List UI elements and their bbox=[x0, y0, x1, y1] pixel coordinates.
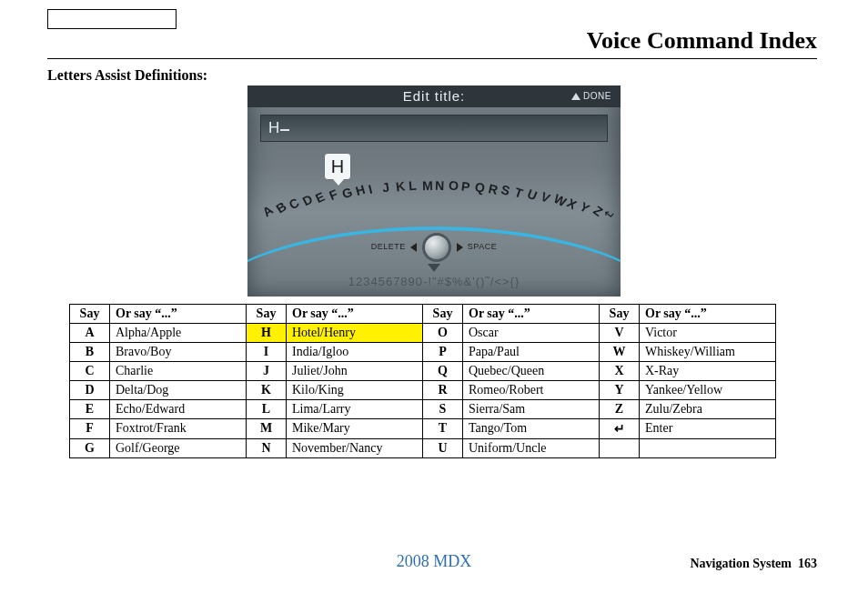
orsay-cell: Uniform/Uncle bbox=[463, 439, 600, 458]
orsay-cell: Quebec/Queen bbox=[463, 362, 600, 381]
footer-page-number: 163 bbox=[798, 557, 817, 570]
table-row: GGolf/GeorgeNNovember/NancyUUniform/Uncl… bbox=[70, 439, 776, 458]
arc-letter[interactable]: D bbox=[300, 192, 315, 209]
arc-letter[interactable]: H bbox=[354, 182, 367, 198]
orsay-cell: Bravo/Boy bbox=[110, 343, 247, 362]
header-say: Say bbox=[600, 305, 640, 324]
say-cell: D bbox=[70, 381, 110, 400]
orsay-cell: Kilo/King bbox=[287, 381, 423, 400]
right-triangle-icon bbox=[457, 243, 463, 252]
arc-letter[interactable]: K bbox=[395, 179, 406, 195]
arc-letter[interactable]: R bbox=[487, 181, 499, 197]
arc-letter[interactable]: O bbox=[448, 178, 459, 194]
arc-letter[interactable]: T bbox=[512, 185, 524, 201]
header-orsay: Or say “...” bbox=[110, 305, 247, 324]
arc-letter[interactable]: E bbox=[313, 189, 327, 206]
say-cell: I bbox=[247, 343, 287, 362]
say-cell: T bbox=[423, 419, 463, 439]
table-row: AAlpha/AppleHHotel/HenryOOscarVVictor bbox=[70, 324, 776, 343]
arc-letter[interactable]: I bbox=[368, 181, 374, 196]
table-row: BBravo/BoyIIndia/IglooPPapa/PaulWWhiskey… bbox=[70, 343, 776, 362]
header-orsay: Or say “...” bbox=[287, 305, 423, 324]
say-cell: M bbox=[247, 419, 287, 439]
page-title: Voice Command Index bbox=[587, 27, 817, 55]
left-triangle-icon bbox=[410, 243, 417, 252]
orsay-cell: Alpha/Apple bbox=[110, 324, 247, 343]
space-label[interactable]: SPACE bbox=[468, 242, 497, 251]
input-value: H bbox=[268, 119, 280, 136]
arc-letter[interactable]: N bbox=[435, 178, 445, 193]
header-orsay: Or say “...” bbox=[640, 305, 776, 324]
tab-rectangle bbox=[47, 9, 177, 29]
control-knob-icon[interactable] bbox=[425, 236, 449, 259]
phonetic-table: Say Or say “...” Say Or say “...” Say Or… bbox=[69, 304, 776, 458]
orsay-cell: Romeo/Robert bbox=[463, 381, 600, 400]
header-say: Say bbox=[247, 305, 287, 324]
orsay-cell: Oscar bbox=[463, 324, 600, 343]
orsay-cell: Zulu/Zebra bbox=[640, 400, 776, 419]
arc-letter[interactable]: V bbox=[539, 189, 552, 206]
enter-symbol-cell: ↵ bbox=[600, 419, 640, 439]
say-cell: L bbox=[247, 400, 287, 419]
header-say: Say bbox=[423, 305, 463, 324]
say-cell: Z bbox=[600, 400, 640, 419]
orsay-cell: Sierra/Sam bbox=[463, 400, 600, 419]
orsay-cell: Juliet/John bbox=[287, 362, 423, 381]
done-button[interactable]: DONE bbox=[571, 91, 611, 101]
orsay-cell bbox=[640, 439, 776, 458]
up-triangle-icon bbox=[571, 93, 580, 100]
orsay-cell: X-Ray bbox=[640, 362, 776, 381]
arc-letters-group: ABCDEFGHIJKLMNOPQRSTUVWXYZ bbox=[247, 176, 621, 240]
orsay-cell: India/Igloo bbox=[287, 343, 423, 362]
orsay-cell: Charlie bbox=[110, 362, 247, 381]
orsay-cell: Whiskey/William bbox=[640, 343, 776, 362]
orsay-cell: Tango/Tom bbox=[463, 419, 600, 439]
orsay-cell: Victor bbox=[640, 324, 776, 343]
say-cell: U bbox=[423, 439, 463, 458]
table-row: FFoxtrot/FrankMMike/MaryTTango/Tom↵Enter bbox=[70, 419, 776, 439]
arc-letter[interactable]: G bbox=[340, 184, 354, 201]
nav-screen-figure: Edit title: DONE H H ABCDEFGHIJKLMNOPQRS… bbox=[247, 85, 621, 296]
down-triangle-icon bbox=[428, 264, 440, 272]
say-cell: S bbox=[423, 400, 463, 419]
selected-key-letter: H bbox=[331, 156, 344, 176]
arc-letter[interactable]: J bbox=[381, 180, 390, 196]
orsay-cell: Delta/Dog bbox=[110, 381, 247, 400]
orsay-cell: Echo/Edward bbox=[110, 400, 247, 419]
title-input-field[interactable]: H bbox=[260, 115, 608, 142]
arc-letter[interactable]: L bbox=[409, 178, 418, 194]
arc-letter[interactable]: P bbox=[460, 179, 470, 195]
delete-label[interactable]: DELETE bbox=[371, 242, 406, 251]
arc-letter[interactable]: A bbox=[259, 203, 276, 220]
orsay-cell: November/Nancy bbox=[287, 439, 423, 458]
title-rule bbox=[47, 58, 817, 59]
table-row: DDelta/DogKKilo/KingRRomeo/RobertYYankee… bbox=[70, 381, 776, 400]
arc-letter[interactable]: F bbox=[327, 186, 339, 203]
done-label: DONE bbox=[583, 91, 611, 101]
arc-letter[interactable]: U bbox=[526, 186, 540, 204]
say-cell: P bbox=[423, 343, 463, 362]
nav-edit-title-label: Edit title: bbox=[247, 88, 621, 104]
say-cell: Q bbox=[423, 362, 463, 381]
say-cell: J bbox=[247, 362, 287, 381]
say-cell: F bbox=[70, 419, 110, 439]
say-cell: H bbox=[247, 324, 287, 343]
say-cell bbox=[600, 439, 640, 458]
orsay-cell: Mike/Mary bbox=[287, 419, 423, 439]
orsay-cell: Enter bbox=[640, 419, 776, 439]
footer-navigation-page: Navigation System 163 bbox=[690, 557, 817, 571]
header-orsay: Or say “...” bbox=[463, 305, 600, 324]
arc-letter[interactable]: M bbox=[422, 178, 433, 193]
number-symbol-row[interactable]: 1234567890-!"#$%&'()˜/<>{} bbox=[247, 275, 621, 288]
orsay-cell: Papa/Paul bbox=[463, 343, 600, 362]
say-cell: W bbox=[600, 343, 640, 362]
arc-letter[interactable]: Q bbox=[474, 179, 487, 196]
say-cell: N bbox=[247, 439, 287, 458]
say-cell: A bbox=[70, 324, 110, 343]
say-cell: G bbox=[70, 439, 110, 458]
orsay-cell: Lima/Larry bbox=[287, 400, 423, 419]
table-row: CCharlieJJuliet/JohnQQuebec/QueenXX-Ray bbox=[70, 362, 776, 381]
arc-letter[interactable]: S bbox=[500, 182, 511, 198]
say-cell: X bbox=[600, 362, 640, 381]
orsay-cell: Foxtrot/Frank bbox=[110, 419, 247, 439]
